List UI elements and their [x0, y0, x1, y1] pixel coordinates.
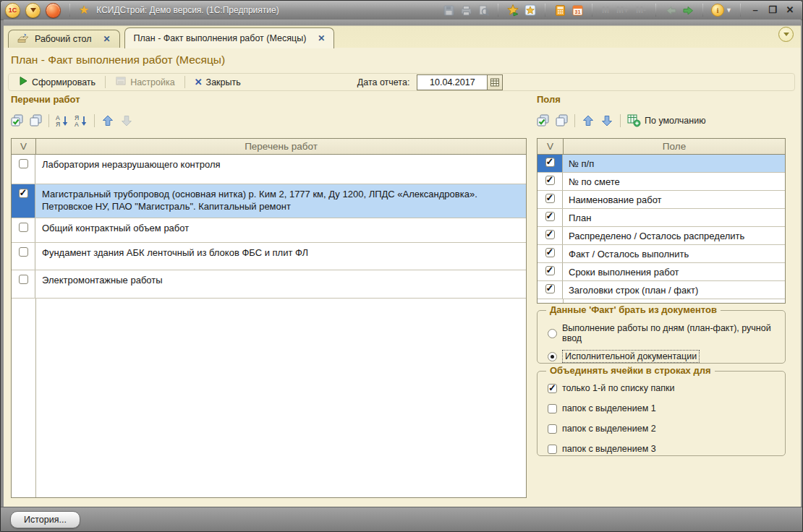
checkbox-option-highlight-3[interactable]: папок с выделением 3	[548, 444, 785, 454]
radio-option-executive-docs[interactable]: Исполнительной документации	[548, 350, 785, 363]
table-row[interactable]: Распределено / Осталось распределить	[538, 227, 785, 245]
table-row[interactable]: Лаборатория неразрушающего контроля	[12, 155, 526, 184]
tab-desktop[interactable]: Рабочий стол ✕	[8, 30, 120, 48]
row-checkbox[interactable]	[19, 159, 28, 168]
table-row[interactable]: № по смете	[538, 173, 785, 191]
close-report-button[interactable]: ✕ Закрыть	[190, 75, 246, 89]
history-button[interactable]: История...	[10, 511, 80, 528]
radio-icon[interactable]	[548, 352, 557, 361]
memory-recall-button[interactable]: M	[600, 5, 611, 15]
generate-button[interactable]: Сформировать	[13, 74, 101, 90]
table-row[interactable]: Сроки выполнения работ	[538, 263, 785, 281]
checkbox-option-highlight-1[interactable]: папок с выделением 1	[548, 403, 785, 413]
chevron-down-icon	[783, 33, 789, 36]
move-up-icon[interactable]	[581, 113, 595, 128]
toolbar-separator	[94, 114, 95, 127]
table-row[interactable]: Заголовки строк (план / факт)	[538, 281, 785, 299]
checkbox-icon[interactable]	[548, 445, 557, 454]
uncheck-all-icon[interactable]	[28, 113, 43, 128]
row-text: Наименование работ	[563, 191, 785, 208]
defaults-button[interactable]: По умолчанию	[626, 113, 706, 129]
checkbox-option-first-folder[interactable]: только 1-й по списку папки	[548, 383, 785, 393]
row-checkbox[interactable]	[545, 248, 555, 257]
work-lists-table[interactable]: V Перечень работ Лаборатория неразрушающ…	[11, 138, 527, 498]
row-checkbox[interactable]	[19, 247, 28, 257]
memory-add-button[interactable]: M+	[615, 5, 630, 15]
add-favorite-icon[interactable]	[506, 4, 519, 17]
row-checkbox[interactable]	[19, 275, 28, 284]
table-row[interactable]: Магистральный трубопровод (основная нитк…	[12, 184, 526, 218]
maximize-button[interactable]: ❒	[766, 4, 779, 17]
tab-report[interactable]: План - Факт выполнения работ (Месяцы) ✕	[124, 27, 335, 48]
row-checkbox[interactable]	[545, 158, 555, 167]
table-row[interactable]: Наименование работ	[538, 191, 785, 209]
titlebar-separator	[702, 4, 703, 17]
print-preview-icon[interactable]	[477, 4, 490, 17]
table-row[interactable]: План	[538, 209, 785, 227]
radio-option-manual[interactable]: Выполнение работы по дням (план-факт), р…	[548, 323, 785, 343]
fields-table[interactable]: V Поле № п/п № по смете Наименование раб…	[537, 138, 786, 304]
sort-descending-icon[interactable]: ЯА	[74, 113, 88, 128]
service-button[interactable]	[46, 3, 61, 18]
titlebar-separator	[740, 4, 741, 17]
check-all-icon[interactable]	[535, 113, 550, 128]
table-row[interactable]: № п/п	[538, 155, 785, 173]
app-window: 1С ★ КСИДСтрой: Демо версия. (1С:Предпри…	[0, 0, 803, 532]
calendar-icon[interactable]: 31	[571, 4, 584, 17]
row-text: № по смете	[563, 173, 785, 190]
forward-icon[interactable]	[681, 4, 694, 17]
back-icon[interactable]	[664, 4, 677, 17]
move-down-icon[interactable]	[119, 113, 134, 128]
close-window-button[interactable]: ✕	[783, 4, 796, 17]
checkbox-icon[interactable]	[548, 384, 557, 393]
favorites-star-icon[interactable]: ★	[79, 4, 89, 16]
row-text: Заголовки строк (план / факт)	[563, 281, 785, 299]
print-icon[interactable]	[459, 4, 472, 17]
row-checkbox[interactable]	[545, 230, 555, 239]
checkbox-option-highlight-2[interactable]: папок с выделением 2	[548, 424, 785, 434]
table-row[interactable]: Факт / Осталось выполнить	[538, 245, 785, 263]
row-checkbox[interactable]	[545, 284, 555, 293]
table-row[interactable]: Электромонтажные работы	[12, 270, 526, 299]
fields-toolbar: По умолчанию	[535, 111, 706, 130]
svg-text:А: А	[75, 121, 79, 128]
tab-close-icon[interactable]: ✕	[103, 34, 110, 44]
uncheck-all-icon[interactable]	[554, 113, 569, 128]
main-menu-button[interactable]	[25, 3, 41, 18]
row-text: Распределено / Осталось распределить	[563, 227, 785, 244]
check-column-header: V	[538, 139, 564, 154]
row-checkbox[interactable]	[545, 194, 555, 203]
checkbox-icon[interactable]	[548, 404, 557, 413]
settings-button[interactable]: Настройка	[110, 74, 180, 90]
checkbox-label: только 1-й по списку папки	[562, 383, 674, 393]
favorites-list-icon[interactable]	[524, 4, 537, 17]
tab-list-dropdown-button[interactable]	[778, 27, 794, 42]
memory-subtract-button[interactable]: M-	[634, 5, 647, 15]
row-checkbox[interactable]	[545, 176, 555, 185]
sort-ascending-icon[interactable]: АЯ	[55, 113, 69, 128]
row-checkbox[interactable]	[545, 266, 555, 275]
minimize-button[interactable]: –	[749, 4, 762, 17]
date-input[interactable]: 10.04.2017	[417, 75, 487, 90]
move-down-icon[interactable]	[600, 113, 614, 128]
table-row[interactable]: Фундамент здания АБК ленточный из блоков…	[12, 243, 526, 270]
toolbar-separator	[105, 76, 106, 88]
titlebar-separator	[498, 4, 498, 17]
info-menu-button[interactable]: i ▼	[711, 4, 732, 17]
table-row[interactable]: Общий контрактный объем работ	[12, 218, 526, 243]
work-lists-title: Перечни работ	[11, 94, 80, 105]
row-checkbox[interactable]	[19, 189, 28, 198]
checkbox-icon[interactable]	[548, 424, 557, 434]
tab-close-icon[interactable]: ✕	[318, 33, 325, 43]
save-icon[interactable]	[442, 4, 455, 17]
calculator-icon[interactable]	[553, 4, 566, 17]
radio-icon[interactable]	[548, 329, 557, 338]
command-bar: Сформировать Настройка ✕ Закрыть Дата от…	[8, 73, 795, 91]
report-date-field[interactable]: 10.04.2017	[417, 74, 503, 90]
row-checkbox[interactable]	[19, 223, 28, 232]
check-all-icon[interactable]	[9, 113, 24, 128]
row-checkbox[interactable]	[545, 212, 555, 221]
move-up-icon[interactable]	[101, 113, 115, 128]
row-text: Общий контрактный объем работ	[35, 218, 526, 242]
calendar-picker-button[interactable]	[487, 75, 502, 90]
